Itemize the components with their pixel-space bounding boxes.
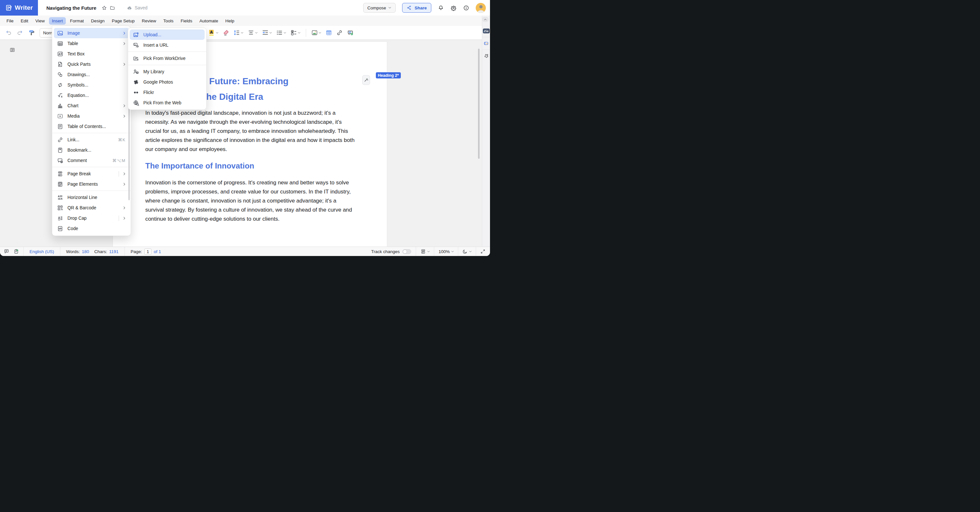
menu-item-bookmark[interactable]: Bookmark... — [54, 145, 129, 155]
indent-icon — [262, 30, 269, 36]
menu-item-comment[interactable]: Comment⌘⌥M — [54, 155, 129, 166]
menu-item-equation[interactable]: Equation... — [54, 90, 129, 100]
menu-fields[interactable]: Fields — [178, 17, 195, 25]
undo-icon[interactable] — [5, 30, 12, 36]
align-button[interactable] — [247, 30, 259, 36]
clear-format-button[interactable] — [222, 30, 230, 36]
menu-format[interactable]: Format — [67, 17, 87, 25]
chars-label[interactable]: Chars: — [94, 249, 107, 254]
menu-item-google-photos[interactable]: Google Photos — [130, 77, 205, 87]
language-selector[interactable]: English (US) — [30, 249, 54, 254]
share-label: Share — [414, 5, 427, 10]
drop-cap-icon — [57, 215, 63, 221]
menu-item-text-box[interactable]: Text Box — [54, 49, 129, 59]
checklist-button[interactable] — [290, 30, 302, 36]
menu-design[interactable]: Design — [88, 17, 108, 25]
chevron-right-icon — [123, 104, 126, 108]
format-painter-icon[interactable] — [29, 30, 35, 36]
menu-item-drop-cap[interactable]: Drop Cap — [54, 213, 129, 223]
bullet-list-button[interactable] — [275, 30, 287, 36]
menu-item-my-library[interactable]: My Library — [130, 67, 205, 77]
panel-wallet-icon[interactable] — [484, 41, 489, 46]
page-view-icon[interactable] — [421, 249, 426, 254]
notifications-bell-icon[interactable] — [438, 5, 444, 11]
indent-button[interactable] — [261, 30, 273, 36]
svg-text:A: A — [210, 30, 213, 34]
menu-file[interactable]: File — [3, 17, 16, 25]
menu-item-flickr[interactable]: Flickr — [130, 87, 205, 98]
settings-gear-icon[interactable] — [450, 5, 457, 11]
document-title[interactable]: Navigating the Future — [46, 5, 96, 11]
menu-item-pick-from-workdrive[interactable]: Pick From WorkDrive — [130, 53, 205, 63]
menu-view[interactable]: View — [32, 17, 48, 25]
menu-item-image[interactable]: Image — [54, 28, 129, 38]
menu-help[interactable]: Help — [223, 17, 237, 25]
words-count[interactable]: 180 — [82, 249, 89, 254]
status-divider — [60, 247, 60, 256]
menu-item-label: Quick Parts — [67, 62, 123, 67]
writer-logo[interactable]: Writer — [0, 0, 38, 16]
zia-assistant-button[interactable]: Zia — [483, 29, 490, 33]
share-button[interactable]: Share — [402, 3, 431, 13]
chevron-right-icon — [123, 216, 126, 220]
ai-wand-button[interactable] — [362, 75, 370, 85]
line-spacing-button[interactable] — [232, 30, 245, 36]
menu-review[interactable]: Review — [139, 17, 159, 25]
comments-bubble-icon[interactable] — [4, 249, 9, 254]
chars-count[interactable]: 1191 — [109, 249, 119, 254]
menu-page-setup[interactable]: Page Setup — [109, 17, 138, 25]
menu-item-horizontal-line[interactable]: Horizontal Line — [54, 192, 129, 203]
menu-item-table[interactable]: Table — [54, 38, 129, 49]
help-info-icon[interactable] — [463, 5, 469, 11]
menu-automate[interactable]: Automate — [197, 17, 221, 25]
flickr-icon — [133, 89, 139, 95]
google-photos-icon — [133, 79, 139, 85]
menu-item-symbols[interactable]: Symbols... — [54, 80, 129, 90]
highlight-color-button[interactable]: A — [208, 30, 220, 36]
redo-icon[interactable] — [17, 30, 23, 36]
menu-insert[interactable]: Insert — [49, 17, 66, 25]
menu-item-insert-a-url[interactable]: Insert a URL — [130, 40, 205, 50]
document-outline-icon[interactable] — [10, 47, 15, 52]
menu-tools[interactable]: Tools — [160, 17, 177, 25]
status-divider — [476, 247, 476, 256]
menu-item-code[interactable]: Code — [54, 223, 129, 234]
dark-mode-moon-icon[interactable] — [463, 249, 468, 254]
menu-item-label: Comment — [67, 158, 113, 163]
menu-edit[interactable]: Edit — [18, 17, 31, 25]
menu-item-drawings[interactable]: Drawings... — [54, 69, 129, 80]
menu-item-page-break[interactable]: Page Break — [54, 168, 129, 179]
document-scrollbar[interactable] — [478, 49, 480, 159]
collapse-toolbar-button[interactable] — [482, 17, 489, 22]
insert-table-button[interactable] — [325, 30, 333, 36]
menu-item-upload[interactable]: Upload... — [130, 30, 205, 40]
upload-image-icon — [133, 32, 139, 38]
words-label[interactable]: Words: — [66, 249, 80, 254]
insert-link-button[interactable] — [335, 30, 344, 36]
fullscreen-icon[interactable] — [480, 249, 485, 254]
menu-item-table-of-contents[interactable]: Table of Contents... — [54, 121, 129, 132]
user-avatar[interactable] — [476, 3, 486, 13]
favorite-star-icon[interactable] — [102, 5, 107, 11]
menu-item-pick-from-the-web[interactable]: Pick From the Web — [130, 98, 205, 108]
page-number-input[interactable]: 1 — [144, 249, 151, 255]
track-changes-toggle[interactable] — [402, 249, 411, 254]
folder-icon[interactable] — [110, 5, 115, 11]
zoom-level[interactable]: 100% — [438, 249, 450, 254]
chevron-down-icon — [269, 32, 272, 34]
insert-table-icon — [326, 30, 332, 36]
insert-comment-button[interactable] — [346, 30, 355, 36]
menu-item-quick-parts[interactable]: Quick Parts — [54, 59, 129, 69]
compose-button[interactable]: Compose — [363, 3, 396, 13]
rail-divider — [482, 37, 490, 37]
menu-item-qr-barcode[interactable]: QR & Barcode — [54, 203, 129, 213]
menu-item-link[interactable]: Link...⌘K — [54, 135, 129, 145]
extensions-puzzle-icon[interactable] — [484, 54, 489, 59]
quick-parts-icon — [57, 61, 63, 67]
spellcheck-icon[interactable] — [14, 249, 19, 254]
menu-item-chart[interactable]: Chart — [54, 100, 129, 111]
insert-image-button[interactable] — [310, 30, 322, 36]
cloud-saved-icon — [127, 5, 132, 11]
menu-item-page-elements[interactable]: Page Elements — [54, 179, 129, 189]
menu-item-media[interactable]: Media — [54, 111, 129, 121]
